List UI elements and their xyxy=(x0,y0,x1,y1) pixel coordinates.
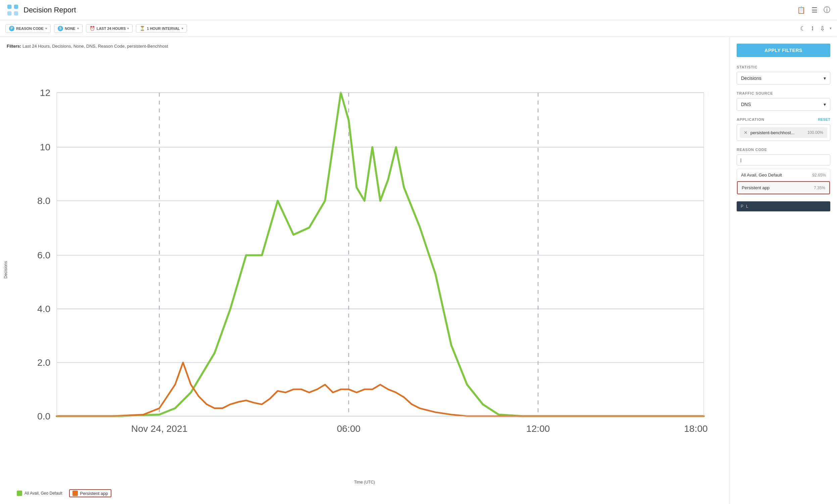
help-icon[interactable]: ⓘ xyxy=(823,5,830,14)
svg-rect-2 xyxy=(7,11,12,15)
reason-item-persistent-pct: 7.35% xyxy=(814,185,825,190)
svg-text:Nov 24, 2021: Nov 24, 2021 xyxy=(131,423,188,434)
interval-filter[interactable]: ⏳ 1 HOUR INTERVAL ▾ xyxy=(136,24,187,33)
y-axis-label: Decisions xyxy=(3,55,8,485)
legend-item-persistent: Persistent app xyxy=(69,489,111,497)
reason-code-input[interactable] xyxy=(737,154,830,165)
traffic-source-caret: ▾ xyxy=(823,102,826,107)
reason-item-all-avail[interactable]: All Avail, Geo Default 92.65% xyxy=(737,169,830,181)
svg-text:12: 12 xyxy=(40,87,50,98)
main-layout: Filters: Last 24 Hours, Decisions, None,… xyxy=(0,37,837,504)
download-icon[interactable]: ⇩ xyxy=(820,25,825,32)
svg-text:8.0: 8.0 xyxy=(37,195,50,206)
svg-rect-0 xyxy=(7,4,12,9)
svg-text:06:00: 06:00 xyxy=(337,423,361,434)
chart-wrapper: Decisions .grid-line { stroke: #c8d0da; … xyxy=(3,55,719,485)
page-title: Decision Report xyxy=(23,6,76,14)
reason-code-icon: P xyxy=(9,26,14,31)
application-header: APPLICATION RESET xyxy=(737,118,830,122)
last24-caret: ▾ xyxy=(127,26,129,30)
traffic-source-label: TRAFFIC SOURCE xyxy=(737,91,830,95)
svg-text:4.0: 4.0 xyxy=(37,303,50,314)
bookmark-icon[interactable]: 📋 xyxy=(797,6,805,14)
chart-inner: .grid-line { stroke: #c8d0da; stroke-wid… xyxy=(10,55,719,485)
last24-label: LAST 24 HOURS xyxy=(97,26,126,31)
clock-icon: ⏰ xyxy=(90,26,95,31)
overlay-p: P xyxy=(741,204,743,209)
legend-item-all-avail: All Avail, Geo Default xyxy=(17,490,63,496)
filter-bar-right: ☾ ⥑ ⇩ ▾ xyxy=(800,25,832,32)
svg-rect-25 xyxy=(57,93,704,416)
application-label: APPLICATION xyxy=(737,118,765,122)
reset-button[interactable]: RESET xyxy=(818,118,830,122)
app-tag-remove[interactable]: ✕ xyxy=(744,130,748,135)
last24-filter[interactable]: ⏰ LAST 24 HOURS ▾ xyxy=(86,24,133,33)
reason-code-caret: ▾ xyxy=(45,26,47,30)
svg-rect-1 xyxy=(14,4,18,9)
none-caret: ▾ xyxy=(77,26,79,30)
all-avail-label: All Avail, Geo Default xyxy=(24,491,63,496)
statistic-caret: ▾ xyxy=(823,75,826,81)
svg-text:2.0: 2.0 xyxy=(37,357,50,368)
none-icon: S xyxy=(58,26,63,31)
orange-line xyxy=(57,362,704,416)
logo-icon xyxy=(7,4,19,16)
sidebar-overlay: P L xyxy=(737,201,830,211)
reason-list: All Avail, Geo Default 92.65% Persistent… xyxy=(737,169,830,195)
reason-item-all-avail-pct: 92.65% xyxy=(812,173,826,178)
persistent-color xyxy=(72,490,78,496)
x-axis-label: Time (UTC) xyxy=(10,480,719,485)
timer-icon: ⏳ xyxy=(140,26,145,31)
all-avail-color xyxy=(17,490,22,496)
green-line xyxy=(57,93,704,416)
chart-svg: .grid-line { stroke: #c8d0da; stroke-wid… xyxy=(10,55,719,478)
svg-text:10: 10 xyxy=(40,142,50,152)
app-header: Decision Report 📋 ☰ ⓘ xyxy=(0,0,837,20)
filter-bar: P REASON CODE ▾ S NONE ▾ ⏰ LAST 24 HOURS… xyxy=(0,20,837,37)
reason-code-sidebar-label: REASON CODE xyxy=(737,148,830,152)
statistic-label: STATISTIC xyxy=(737,65,830,69)
interval-caret: ▾ xyxy=(181,26,183,30)
download-caret[interactable]: ▾ xyxy=(830,26,832,31)
application-section: APPLICATION RESET ✕ persistent-benchhost… xyxy=(737,118,830,141)
header-right: 📋 ☰ ⓘ xyxy=(797,5,830,14)
overlay-l: L xyxy=(746,204,748,209)
reason-code-filter[interactable]: P REASON CODE ▾ xyxy=(5,24,51,33)
reason-code-section: REASON CODE All Avail, Geo Default 92.65… xyxy=(737,148,830,195)
traffic-source-section: TRAFFIC SOURCE DNS ▾ xyxy=(737,91,830,111)
none-filter[interactable]: S NONE ▾ xyxy=(54,24,83,33)
sidebar: APPLY FILTERS STATISTIC Decisions ▾ TRAF… xyxy=(730,37,837,504)
list-icon[interactable]: ☰ xyxy=(812,6,818,14)
reason-code-label: REASON CODE xyxy=(16,26,43,31)
share-icon[interactable]: ⥑ xyxy=(810,25,815,32)
app-tag-pct: 100.00% xyxy=(807,130,823,135)
traffic-source-select[interactable]: DNS ▾ xyxy=(737,98,830,111)
statistic-value: Decisions xyxy=(741,75,762,81)
reason-item-persistent[interactable]: Persistent app 7.35% xyxy=(737,181,830,194)
persistent-label: Persistent app xyxy=(80,491,108,496)
application-box: ✕ persistent-benchhost... 100.00% xyxy=(737,124,830,141)
chart-legend: All Avail, Geo Default Persistent app xyxy=(3,489,719,497)
moon-icon[interactable]: ☾ xyxy=(800,25,805,32)
chart-svg-container: .grid-line { stroke: #c8d0da; stroke-wid… xyxy=(10,55,719,478)
svg-text:18:00: 18:00 xyxy=(684,423,708,434)
header-left: Decision Report xyxy=(7,4,76,16)
app-tag: ✕ persistent-benchhost... 100.00% xyxy=(740,127,827,138)
chart-area: Filters: Last 24 Hours, Decisions, None,… xyxy=(0,37,730,504)
statistic-select[interactable]: Decisions ▾ xyxy=(737,72,830,85)
app-tag-name: persistent-benchhost... xyxy=(748,130,807,135)
traffic-source-value: DNS xyxy=(741,102,751,107)
reason-item-persistent-label: Persistent app xyxy=(742,185,769,190)
reason-item-all-avail-label: All Avail, Geo Default xyxy=(741,173,782,178)
svg-text:0.0: 0.0 xyxy=(37,411,50,421)
apply-filters-button[interactable]: APPLY FILTERS xyxy=(737,43,830,57)
filters-text: Filters: Last 24 Hours, Decisions, None,… xyxy=(3,43,719,49)
svg-text:6.0: 6.0 xyxy=(37,250,50,260)
svg-rect-3 xyxy=(14,11,18,15)
interval-label: 1 HOUR INTERVAL xyxy=(147,26,180,31)
svg-text:12:00: 12:00 xyxy=(526,423,550,434)
none-label: NONE xyxy=(65,26,75,31)
statistic-section: STATISTIC Decisions ▾ xyxy=(737,65,830,85)
